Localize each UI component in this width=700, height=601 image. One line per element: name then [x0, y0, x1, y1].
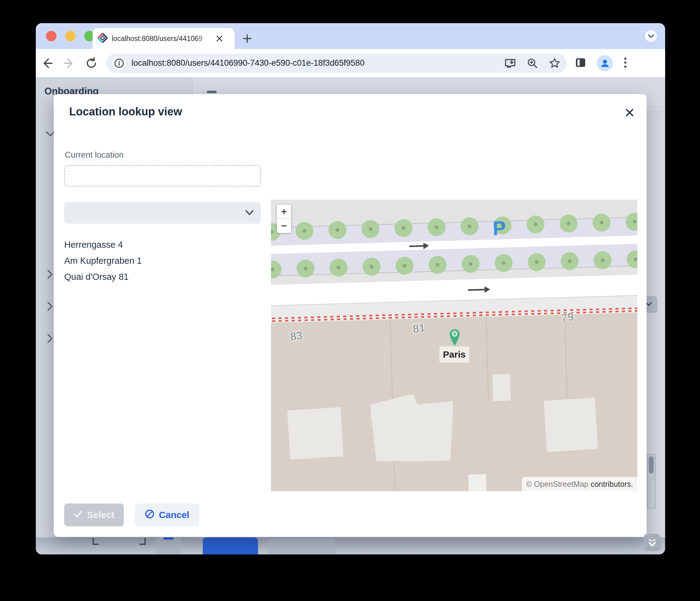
background-bottom-bar	[36, 538, 665, 554]
house-number: 83	[289, 329, 303, 343]
active-indicator	[164, 538, 173, 540]
house-number: 81	[412, 321, 426, 336]
location-lookup-dialog: Location lookup view Current location He…	[54, 94, 647, 537]
scrollbar-thumb[interactable]	[649, 456, 654, 474]
install-app-icon[interactable]	[504, 57, 516, 69]
tab-close-icon[interactable]	[216, 34, 223, 43]
location-pin-icon	[449, 329, 460, 347]
reload-button[interactable]	[80, 57, 102, 70]
background-button	[155, 538, 181, 554]
house-number: 79	[560, 310, 574, 324]
close-icon[interactable]	[623, 106, 636, 119]
background-primary-button	[203, 538, 258, 554]
bookmark-star-icon[interactable]	[549, 57, 560, 69]
map-view[interactable]: P 83 81 79 + −	[271, 200, 638, 491]
map-attribution: © OpenStreetMap contributors.	[522, 477, 638, 491]
chevron-right-icon[interactable]	[46, 333, 54, 345]
select-button[interactable]: Select	[64, 503, 124, 526]
chevron-right-icon[interactable]	[46, 269, 54, 281]
scroll-to-bottom-button[interactable]	[644, 534, 661, 551]
browser-menu-icon[interactable]	[623, 56, 627, 70]
profile-avatar[interactable]	[597, 55, 613, 71]
current-location-label: Current location	[65, 150, 124, 160]
tab-search-button[interactable]	[645, 30, 657, 42]
window-controls	[46, 31, 95, 41]
osm-attribution-link[interactable]: © OpenStreetMap	[526, 480, 589, 489]
map-zoom-control: + −	[277, 205, 291, 233]
zoom-out-button[interactable]: −	[277, 219, 291, 233]
url-text: localhost:8080/users/44106990-7430-e590-…	[131, 58, 494, 68]
tab-strip: localhost:8080/users/441069	[36, 23, 665, 49]
address-bar[interactable]: localhost:8080/users/44106990-7430-e590-…	[106, 54, 567, 73]
back-button[interactable]	[36, 57, 58, 70]
site-info-icon[interactable]	[112, 56, 126, 70]
focus-bracket-right	[140, 538, 146, 545]
browser-tab[interactable]: localhost:8080/users/441069	[93, 28, 234, 49]
map-marker-label: Paris	[440, 346, 469, 363]
chevron-down-icon	[245, 208, 254, 218]
app-logo-icon	[97, 32, 108, 45]
chevron-right-icon[interactable]	[46, 301, 54, 313]
address-option[interactable]: Quai d'Orsay 81	[64, 269, 249, 285]
dialog-title: Location lookup view	[69, 105, 182, 118]
forward-button[interactable]	[58, 57, 80, 70]
background-divider	[647, 112, 665, 112]
tab-title: localhost:8080/users/441069	[112, 34, 214, 43]
cancel-slash-icon	[145, 509, 155, 521]
address-suggestion-list: Herrengasse 4Am Kupfergraben 1Quai d'Ors…	[64, 237, 249, 285]
side-panel-icon[interactable]	[575, 57, 586, 70]
zoom-in-button[interactable]: +	[277, 205, 291, 219]
new-tab-button[interactable]	[242, 33, 252, 44]
browser-toolbar: localhost:8080/users/44106990-7430-e590-…	[36, 49, 665, 77]
location-dropdown[interactable]	[64, 202, 261, 224]
desktop: { "browser": { "tab_title": "localhost:8…	[0, 0, 700, 601]
menu-dash-icon	[207, 91, 217, 93]
current-location-input[interactable]	[64, 165, 261, 187]
address-option[interactable]: Herrengasse 4	[64, 237, 249, 253]
focus-bracket-left	[93, 538, 99, 545]
minimize-window-button[interactable]	[65, 31, 76, 41]
close-window-button[interactable]	[46, 31, 56, 41]
parking-symbol: P	[493, 216, 506, 240]
check-icon	[73, 509, 83, 521]
background-button	[268, 539, 335, 554]
cancel-button[interactable]: Cancel	[135, 503, 199, 526]
address-option[interactable]: Am Kupfergraben 1	[64, 253, 249, 269]
background-scroll-area	[647, 454, 655, 508]
browser-window: localhost:8080/users/441069 localhost:80…	[36, 23, 665, 554]
page-content: Onboarding	[36, 77, 665, 554]
zoom-page-icon[interactable]	[527, 57, 538, 69]
